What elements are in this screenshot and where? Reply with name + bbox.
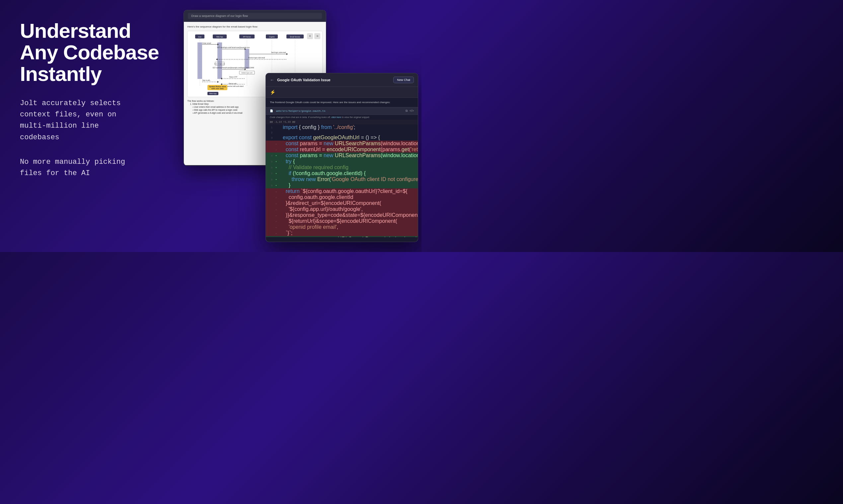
svg-marker-42 [218,81,219,83]
seq-actions-row: ⬇ ⧉ [307,33,320,39]
code-diff-window: ← Google OAuth Validation Issue New Chat… [265,73,418,242]
right-section: Draw a sequence diagram of our login flo… [177,0,422,252]
svg-text:Return auth...: Return auth... [229,83,238,85]
update-badge: Update Redux storewith user data [207,85,227,90]
seq-prompt-text: Here's the sequence diagram for the emai… [187,25,323,28]
copy-file-icon[interactable]: ⧉ [406,109,408,113]
seq-window-header: Draw a sequence diagram of our login flo… [184,10,326,22]
svg-marker-26 [287,53,288,55]
left-section: Understand Any Codebase Instantly Jolt a… [0,0,177,252]
diff-range: @@ -1,14 +1,33 @@ [266,120,418,124]
code-window-subheader: ⚡ [266,87,418,98]
new-chat-button[interactable]: New Chat [393,77,414,83]
diff-line-a3: 6+ // Validate required config [266,164,418,170]
diff-line-r2: - const returnUrl = encodeURIComponent(p… [266,147,418,152]
diff-line-1: 1 import { config } from '../config'; [266,124,418,130]
beta-notice-link[interactable]: click here [331,116,341,119]
webapp-label-bottom: Web App [207,92,218,95]
headline: Understand Any Codebase Instantly [20,20,164,85]
svg-marker-29 [216,58,218,60]
diff-line-a4: 7+ if (!config.oauth.google.clientId) { [266,170,418,176]
diff-line-r3: - return `${config.oauth.google.oauthUrl… [266,188,418,194]
svg-text:Email Service: Email Service [290,36,300,38]
svg-text:Return OTP: Return OTP [229,76,237,78]
subtitle2: No more manually picking files for the A… [20,157,164,179]
svg-text:User: User [198,36,202,38]
file-name: 📄 web/src/helpers/google-oauth.ts [270,109,326,112]
diff-line-r6: - '${config.app.url}/oauth/google', [266,206,418,212]
copy-icon[interactable]: ⧉ [314,33,320,39]
diff-line-a1: 4+ const params = new URLSearchParams(wi… [266,152,418,159]
seq-prompt-bar: Draw a sequence diagram of our login flo… [188,13,322,19]
subtitle1: Jolt accurately selects context files, e… [20,98,164,143]
code-desc-text: The frontend Google OAuth code could be … [266,98,418,107]
diff-line-a2: 5+ try { [266,159,418,164]
diff-line-a7: 10+ const params = new URLSearchParams(w… [266,236,418,237]
diff-line-r7: - )}&response_type=code&state=${encodeUR… [266,212,418,218]
diff-line-r5: - }&redirect_uri=${encodeURIComponent( [266,200,418,206]
svg-text:Cognito: Cognito [269,36,275,38]
file-header: 📄 web/src/helpers/google-oauth.ts ⧉ </> [266,107,418,115]
back-button[interactable]: ← [270,77,274,83]
beta-notice: Code changes from chat are in beta. If s… [266,115,418,120]
svg-text:API Server: API Server [243,36,251,38]
svg-text:Sign in with...: Sign in with... [203,79,211,81]
file-actions: ⧉ </> [406,109,414,113]
code-window-title-row: ← Google OAuth Validation Issue [270,77,330,83]
svg-text:Send login code email: Send login code email [271,52,286,53]
diff-line-a6: 9+ } [266,182,418,188]
svg-text:Receive login code email: Receive login code email [248,57,265,59]
code-window-header: ← Google OAuth Validation Issue New Chat [266,73,418,87]
diff-line-3: 3 export const getGoogleOAuthUrl = () =>… [266,134,418,141]
code-window-body: The frontend Google OAuth code could be … [266,98,418,240]
diff-line-r10: - `}`; [266,230,418,236]
download-icon[interactable]: ⬇ [307,33,313,39]
diff-line-r1: - const params = new URLSearchParams(win… [266,141,418,147]
diff-line-r4: - config.oauth.google.clientId [266,194,418,200]
svg-text:Web App: Web App [217,36,223,38]
svg-text:Validate login code: Validate login code [242,72,253,74]
svg-rect-15 [197,42,202,79]
svg-text:Enter email: Enter email [203,42,211,44]
diff-content: 1 import { config } from '../config'; 2 … [266,124,418,237]
svg-text:GET /auth/login-code?email=use: GET /auth/login-code?email=user@example.… [217,47,250,49]
svg-text:Enter 6-digit code: Enter 6-digit code [215,63,225,65]
diff-line-r8: - ${returnUrl}&scope=${encodeURIComponen… [266,218,418,224]
lightning-icon: ⚡ [270,90,275,95]
diff-line-r9: - 'openid profile email', [266,224,418,230]
diff-line-2: 2 [266,130,418,134]
svg-rect-17 [245,49,249,69]
svg-text:GET /auth/otp?email=user@examp: GET /auth/otp?email=user@example.com&log… [213,67,254,69]
diff-line-a5: 8+ throw new Error('Google OAuth client … [266,176,418,182]
code-window-title: Google OAuth Validation Issue [277,78,330,82]
code-icon[interactable]: </> [410,109,414,113]
